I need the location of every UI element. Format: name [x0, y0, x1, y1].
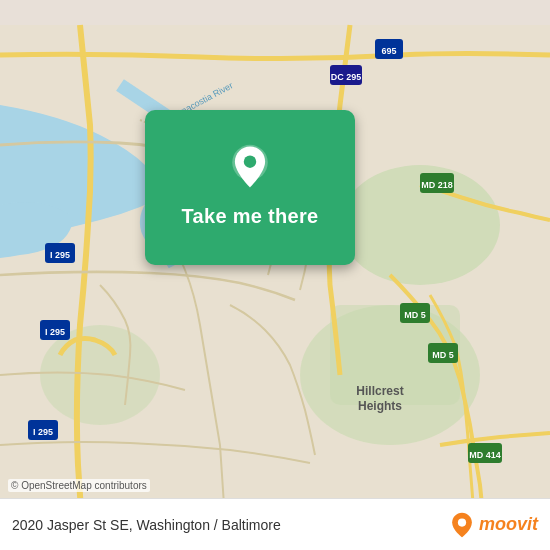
svg-text:I 295: I 295 — [33, 427, 53, 437]
svg-text:695: 695 — [381, 46, 396, 56]
address-label: 2020 Jasper St SE, Washington / Baltimor… — [12, 517, 281, 533]
osm-attribution: © OpenStreetMap contributors — [8, 479, 150, 492]
svg-point-27 — [244, 155, 256, 167]
svg-text:I 295: I 295 — [45, 327, 65, 337]
take-me-there-button[interactable]: Take me there — [172, 201, 329, 232]
map-container: 695 DC 295 I 295 I 295 I 295 MD 218 MD 5… — [0, 0, 550, 550]
svg-text:Hillcrest: Hillcrest — [356, 384, 403, 398]
svg-text:DC 295: DC 295 — [331, 72, 362, 82]
map-background: 695 DC 295 I 295 I 295 I 295 MD 218 MD 5… — [0, 0, 550, 550]
location-pin-icon — [226, 143, 274, 191]
moovit-pin-icon — [448, 511, 476, 539]
svg-text:MD 5: MD 5 — [432, 350, 454, 360]
svg-text:MD 5: MD 5 — [404, 310, 426, 320]
svg-text:I 295: I 295 — [50, 250, 70, 260]
moovit-wordmark: moovit — [479, 514, 538, 535]
svg-point-28 — [458, 518, 466, 526]
svg-text:MD 414: MD 414 — [469, 450, 501, 460]
svg-text:Heights: Heights — [358, 399, 402, 413]
location-card: Take me there — [145, 110, 355, 265]
bottom-bar: 2020 Jasper St SE, Washington / Baltimor… — [0, 498, 550, 550]
moovit-logo: moovit — [448, 511, 538, 539]
svg-text:MD 218: MD 218 — [421, 180, 453, 190]
